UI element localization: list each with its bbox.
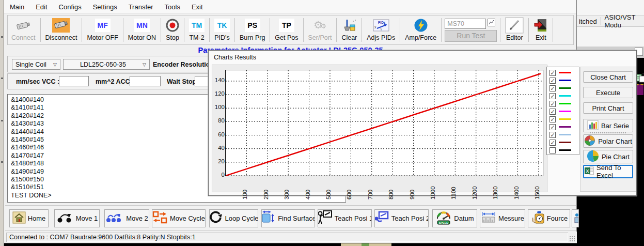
svg-text:SPEED: SPEED [439,221,449,224]
chart-type-label: Send To Excel [596,164,632,179]
x-tick-label: 1400 [513,179,522,196]
loop-cycle-label: Loop Cycle [225,214,258,222]
toolbar-separator [336,18,337,42]
teach1-icon [318,210,333,227]
series-color-line [559,149,571,151]
close-chart-button[interactable]: Close Chart [583,71,633,83]
vcc-input[interactable] [59,76,89,86]
series-checkbox-4[interactable]: ✓ [549,93,556,99]
move-2-button[interactable]: Move 2 [104,209,149,227]
acc-input[interactable] [130,76,161,86]
legend-row-9: ✓ [549,131,579,139]
resize-grip[interactable] [569,236,575,242]
messure-button[interactable]: Messure [480,209,525,227]
bar-serie-button[interactable]: Bar Serie [583,119,633,132]
coil-type-value: Single Coil [15,61,46,68]
move-2-label: Move 2 [126,214,148,222]
chart-canvas [226,70,543,176]
ms-model-input[interactable] [445,19,486,29]
teach-posi-1-button[interactable]: Teach Posi 1 [318,209,372,227]
editor-button[interactable]: Editor [501,16,527,44]
x-tick-label: 1000 [430,179,438,196]
ser-port-button[interactable]: ⚙⚙Ser/Port [305,16,336,44]
actuator-model-dropdown[interactable]: LDL25C-050-35▽ [63,59,150,70]
series-checkbox-6[interactable]: ✓ [549,109,556,115]
toolbar-separator [184,18,184,42]
fource-button[interactable]: Fource [528,209,570,227]
pie-chart-button[interactable]: Pie Chart [583,150,633,163]
series-checkbox-7[interactable]: ✓ [549,116,556,122]
editor-icon [505,17,524,34]
send-to-excel-button[interactable]: XSend To Excel [583,165,633,178]
adjs-pids-button[interactable]: PIDsxYAdjs PIDs [363,16,399,44]
amp-force-button[interactable]: Amp/Force [401,16,440,44]
menu-item-configs[interactable]: Configs [53,0,87,14]
toolbar-separator [441,18,442,42]
datum-button[interactable]: SPEEDDatum [432,209,477,227]
series-color-line [559,103,571,104]
menu-item-main[interactable]: Main [4,0,30,14]
series-color-line [559,72,571,73]
home-button[interactable]: Home [9,209,49,227]
loop-cycle-button[interactable]: Loop Cycle [209,209,258,227]
connect-button[interactable]: Connect [8,16,39,44]
x-tick-label: 700 [367,179,375,196]
menu-item-settings[interactable]: Settings [87,0,123,14]
print-chart-button[interactable]: Print Chart [583,102,633,114]
stop-button[interactable]: Stop [162,16,183,44]
get-pos-button[interactable]: TPGet Pos [271,16,302,44]
find-surface-button[interactable]: Find Surface [261,209,315,227]
series-checkbox-9[interactable]: ✓ [549,132,556,138]
disconnect-button[interactable]: Disconnect [42,16,81,44]
x-tick-label: 800 [388,179,396,196]
teach-posi-2-button[interactable]: Teach Posi 2 [374,209,429,227]
home-label: Home [28,214,46,222]
move-1-button[interactable]: Move 1 [54,209,100,227]
x-tick-label: 400 [305,179,313,196]
series-checkbox-8[interactable]: ✓ [549,124,556,130]
move-1-label: Move 1 [76,214,98,222]
legend-row-2: ✓ [549,76,579,84]
move-cycle-button[interactable]: Move Cycle [152,209,206,227]
motor-off-button[interactable]: MFMotor OFF [83,16,121,44]
x-tick-label: 300 [284,179,292,196]
series-checkbox-2[interactable]: ✓ [549,78,556,84]
data-line-series-1 [226,74,541,176]
series-color-line [559,142,571,143]
background-status-strip: itched ASIO/VST Modu [577,16,644,27]
menu-item-exit[interactable]: Exit [186,0,209,14]
teach-posi-1-label: Teach Posi 1 [335,214,372,222]
tm-2-label: TM-2 [189,34,204,41]
motor-on-button[interactable]: MNMotor ON [124,16,160,44]
pids-button[interactable]: TKPID's [211,16,233,44]
series-checkbox-11[interactable] [549,147,556,153]
loop-icon [209,210,223,226]
series-checkbox-3[interactable]: ✓ [549,85,556,91]
amp-force-label: Amp/Force [405,34,436,41]
clear-button[interactable]: Clear [338,16,360,44]
coil-type-dropdown[interactable]: Single Coil▽ [12,59,60,70]
execute-button[interactable]: Execute [583,87,633,98]
amp-force-icon [414,17,428,34]
series-color-line [559,87,571,89]
series-checkbox-10[interactable]: ✓ [549,140,556,146]
menu-item-tools[interactable]: Tools [159,0,186,14]
menu-item-transfer[interactable]: Transfer [123,0,159,14]
y-tick-label: 100 [212,104,225,110]
clipped-toolbar-button[interactable] [572,209,579,227]
disconnect-icon [52,17,70,34]
polar-chart-icon [584,135,595,148]
connection-status-text: Conneted to : COM7 Baudrate:9600 DatBits… [6,234,196,241]
series-checkbox-1[interactable]: ✓ [549,70,556,76]
ms-chart-icon[interactable] [488,19,495,28]
menu-item-edit[interactable]: Edit [30,0,53,14]
series-checkbox-5[interactable]: ✓ [549,101,556,107]
teach-posi-2-label: Teach Posi 2 [391,214,429,222]
y-tick-label: 20 [212,158,225,164]
exit-button[interactable]: Exit [530,16,552,44]
toolbar-separator [209,18,210,42]
polar-chart-button[interactable]: Polar Chart [583,134,633,148]
burn-prg-button[interactable]: PSBurn Prg [236,16,269,44]
tm-2-button[interactable]: TMTM-2 [185,16,208,44]
force-icon [530,210,545,227]
